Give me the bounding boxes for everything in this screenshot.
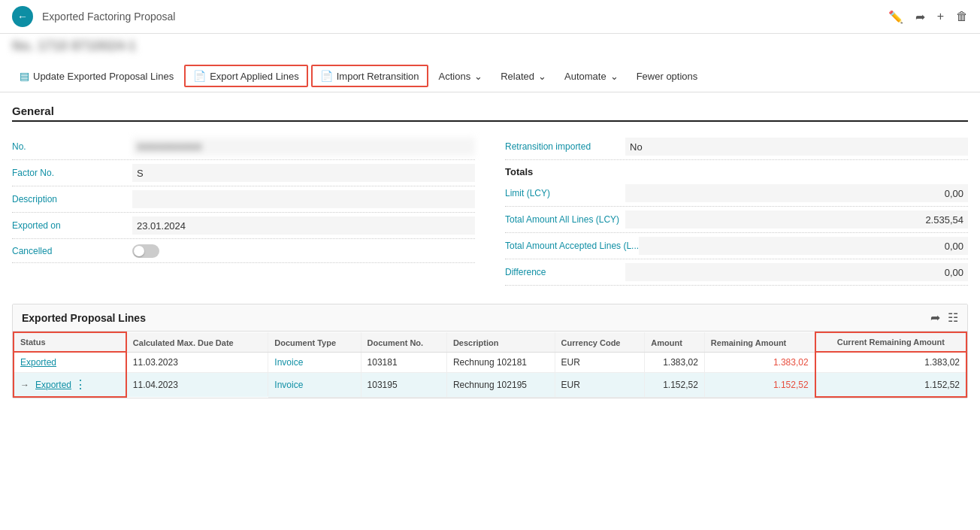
action-bar: ▤ Update Exported Proposal Lines 📄 Expor… [0,60,980,92]
related-menu-button[interactable]: Related ⌄ [493,67,554,86]
field-total-accepted: Total Amount Accepted Lines (L... 0,00 [505,233,968,259]
status-cell-2: → Exported ⋮ [20,377,119,392]
export-applied-button[interactable]: 📄 Export Applied Lines [184,65,308,87]
cell-desc-2: Rechnung 102195 [446,373,555,398]
col-calc-date: Calculated Max. Due Date [126,332,268,352]
cancelled-toggle[interactable] [132,244,159,258]
row-context-menu[interactable]: ⋮ [74,377,86,392]
cell-desc-1: Rechnung 102181 [446,352,555,373]
update-icon: ▤ [20,70,29,82]
label-exported-on: Exported on [12,220,132,231]
right-column: Retransition imported No Totals Limit (L… [505,134,968,286]
table-export-icon[interactable]: ➦ [930,310,940,325]
cell-date-1: 11.03.2023 [126,352,268,373]
general-section-title: General [12,104,968,122]
cell-docno-2: 103195 [361,373,446,398]
cell-status-2: → Exported ⋮ [14,373,126,398]
record-title-area: No. 1710 8710024-1 [0,34,980,60]
status-link-2[interactable]: Exported [35,380,71,390]
value-description[interactable] [132,190,475,208]
table-header-icons: ➦ ☷ [930,310,958,325]
share-icon[interactable]: ➦ [915,10,925,24]
field-difference: Difference 0,00 [505,259,968,286]
col-doc-type: Document Type [268,332,361,352]
cell-docno-1: 103181 [361,352,446,373]
field-factor-no: Factor No. S [12,160,475,186]
cell-amount-2: 1.152,52 [645,373,705,398]
table-row: Exported 11.03.2023 Invoice 103181 Rechn… [14,352,966,373]
field-exported-on: Exported on 23.01.2024 [12,213,475,239]
value-exported-on: 23.01.2024 [132,217,475,235]
label-factor-no: Factor No. [12,168,132,178]
import-retransition-button[interactable]: 📄 Import Retransition [311,65,428,87]
label-difference: Difference [505,267,625,277]
label-total-all: Total Amount All Lines (LCY) [505,214,625,225]
delete-icon[interactable]: 🗑 [956,10,968,24]
cell-currency-2: EUR [555,373,645,398]
cell-doctype-2: Invoice [268,373,361,398]
related-chevron-icon: ⌄ [538,71,546,82]
field-cancelled: Cancelled [12,239,475,263]
value-total-accepted: 0,00 [639,237,968,255]
row-arrow-icon: → [20,380,29,390]
cell-amount-1: 1.383,02 [645,352,705,373]
left-column: No. XXXXXXXXXX Factor No. S Description … [12,134,475,286]
value-limit: 0,00 [625,184,968,202]
cell-remaining-1: 1.383,02 [704,352,815,373]
value-no: XXXXXXXXXX [132,138,475,156]
back-button[interactable]: ← [12,6,33,27]
import-icon: 📄 [320,70,333,82]
top-bar: ← Exported Factoring Proposal ✏️ ➦ + 🗑 [0,0,980,34]
col-doc-no: Document No. [361,332,446,352]
cell-date-2: 11.04.2023 [126,373,268,398]
col-status: Status [14,332,126,352]
col-remaining: Remaining Amount [704,332,815,352]
table-row: → Exported ⋮ 11.04.2023 Invoice 103195 R… [14,373,966,398]
label-total-accepted: Total Amount Accepted Lines (L... [505,241,639,251]
page-title: Exported Factoring Proposal [42,11,879,23]
export-icon: 📄 [193,70,206,82]
field-limit: Limit (LCY) 0,00 [505,180,968,207]
table-section: Exported Proposal Lines ➦ ☷ Status Calcu… [12,304,968,398]
cell-status-1: Exported [14,352,126,373]
update-exported-button[interactable]: ▤ Update Exported Proposal Lines [12,66,181,86]
col-description: Description [446,332,555,352]
label-limit: Limit (LCY) [505,188,625,198]
toggle-knob [134,246,144,256]
form-grid: No. XXXXXXXXXX Factor No. S Description … [12,134,968,286]
col-current-remaining: Current Remaining Amount [815,332,966,352]
value-retransition: No [625,138,968,156]
col-amount: Amount [645,332,705,352]
automate-menu-button[interactable]: Automate ⌄ [557,67,626,86]
value-difference: 0,00 [625,263,968,281]
edit-icon[interactable]: ✏️ [888,10,903,24]
field-total-all: Total Amount All Lines (LCY) 2.535,54 [505,207,968,233]
cell-currency-1: EUR [555,352,645,373]
top-icons: ✏️ ➦ + 🗑 [888,10,968,24]
field-retransition: Retransition imported No [505,134,968,160]
value-total-all: 2.535,54 [625,210,968,229]
cell-current-1: 1.383,02 [815,352,966,373]
label-description: Description [12,194,132,204]
actions-menu-button[interactable]: Actions ⌄ [431,67,491,86]
value-factor-no: S [132,164,475,182]
label-retransition: Retransition imported [505,141,625,152]
cell-doctype-1: Invoice [268,352,361,373]
record-title-text: No. 1710 8710024-1 [12,38,136,54]
table-columns-icon[interactable]: ☷ [948,310,958,325]
status-link-1[interactable]: Exported [20,357,56,368]
field-no: No. XXXXXXXXXX [12,134,475,160]
cell-current-2: 1.152,52 [815,373,966,398]
fewer-options-button[interactable]: Fewer options [629,67,706,86]
field-description: Description [12,186,475,213]
main-content: General No. XXXXXXXXXX Factor No. S Desc… [0,92,980,410]
exported-lines-table: Status Calculated Max. Due Date Document… [13,332,967,398]
automate-chevron-icon: ⌄ [610,71,619,82]
totals-title: Totals [505,160,968,180]
actions-chevron-icon: ⌄ [474,71,482,82]
label-no: No. [12,141,132,152]
cell-remaining-2: 1.152,52 [704,373,815,398]
table-section-title: Exported Proposal Lines [22,312,146,324]
table-header-bar: Exported Proposal Lines ➦ ☷ [13,304,967,332]
add-icon[interactable]: + [937,10,944,24]
